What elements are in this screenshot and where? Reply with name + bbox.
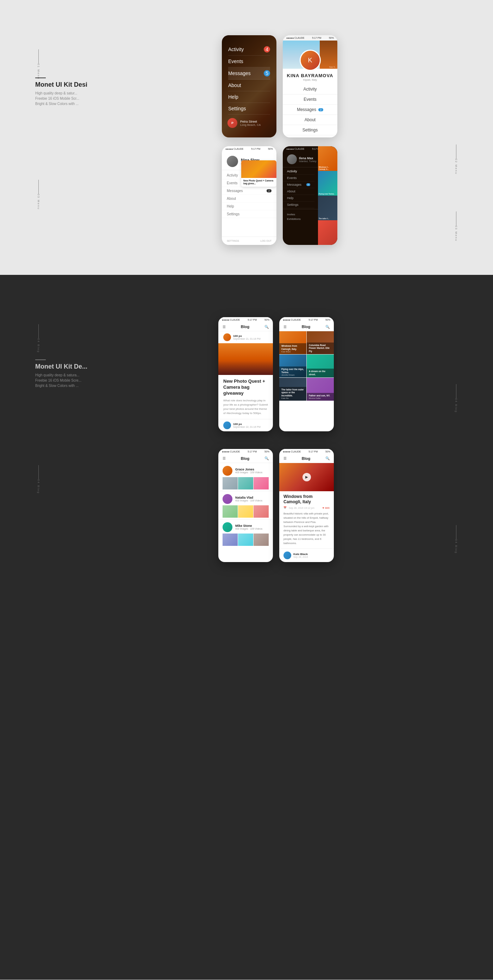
phone2-status-left: ●●●●● CLAUDE (286, 37, 304, 39)
menu-activity-label: Activity (228, 46, 244, 52)
blog3-mike-header: Mike Stone 400 Images · 109 Videos (223, 522, 269, 532)
blog1-user-date: September 21, 01:16 PM (233, 337, 261, 340)
phone3-status-left: ●●●●● CLAUDE (225, 148, 243, 150)
phone2-menu-help[interactable]: Help (283, 135, 338, 137)
phone3-settings-link[interactable]: SETTINGS (227, 240, 239, 242)
blog2-card-6-overlay: Father and son, NY. Monica Galler (307, 393, 334, 401)
menu-item-messages[interactable]: Messages 5 (228, 67, 270, 80)
menu-help-label: Help (228, 94, 238, 100)
blog2-card-4-title: A dream on the street. (309, 370, 332, 376)
blog2-card-1[interactable]: Windows from Camogli, Italy. Kate Black (279, 331, 306, 354)
top-row-2: ●●●●● CLAUDE 5:17 PM 50% Nina Slow Paris… (0, 137, 493, 245)
blog2-card-5-author: Kate Ale (281, 397, 304, 399)
blog2-card-6[interactable]: Father and son, NY. Monica Galler (307, 378, 334, 401)
label-02-menu-right: 02 Menu (455, 145, 458, 175)
menu-about-label: About (228, 83, 241, 88)
blog4-status-time: 5:17 PM (309, 450, 318, 453)
phone2-messages-badge: 2 (318, 108, 323, 111)
phone4-menu-activity[interactable]: Activity (283, 168, 314, 175)
phone2-menu-messages[interactable]: Messages 2 (283, 105, 338, 115)
blog3-natalia-thumb-2 (238, 505, 253, 518)
phone4-menu-events[interactable]: Events (283, 175, 314, 181)
phone4-menu-settings[interactable]: Settings (283, 202, 314, 208)
blog1-title: Blog (241, 325, 249, 329)
menu-messages-badge: 5 (264, 70, 270, 76)
phone3-events-label: Events (227, 181, 238, 185)
blog2-card-5-img: The tailor from outer space or the incre… (279, 378, 306, 401)
blog2-card-2[interactable]: Columbia Road Flower Market. Elle Fly (307, 331, 334, 354)
blog3-grace-thumb-2 (238, 477, 253, 490)
menu-messages-label: Messages (228, 70, 251, 76)
label-03-menu-right: 03 Menu (455, 212, 458, 242)
phone2-menu-settings[interactable]: Settings (283, 125, 338, 135)
phone2-status-bar: ●●●●● CLAUDE 5:17 PM 50% (283, 35, 338, 41)
phone3-menu-messages[interactable]: Messages 2 (222, 187, 276, 195)
menu-item-about[interactable]: About (228, 80, 270, 91)
blog4-article-title: Windows from Camogli, Italy (279, 491, 334, 506)
phone3-activity-label: Activity (227, 173, 238, 177)
blog2-card-3[interactable]: Flying over the Alps, Torino. Jennifer D… (279, 355, 306, 377)
hamburger-icon-blog3[interactable]: ☰ (223, 457, 226, 460)
blog1-status-left: ●●●●● CLAUDE (222, 318, 240, 321)
phone4-name: Ilena Max (299, 156, 316, 160)
blog3-grace-name: Grace Jones (235, 468, 262, 471)
phone3-menu-settings[interactable]: Settings (222, 210, 276, 218)
phone4-thumb-4 (318, 220, 338, 245)
bottom-desc-3: Bright & Slow Colors with ... (35, 384, 79, 388)
phone3-logout-link[interactable]: LOG OUT (260, 240, 271, 242)
search-icon-blog1[interactable]: 🔍 (265, 325, 269, 329)
phone3-help-label: Help (227, 204, 234, 208)
blog3-status-right: 50% (265, 450, 269, 453)
phone3-footer: SETTINGS LOG OUT (222, 237, 276, 245)
phone2-avatar: K (300, 50, 321, 71)
blog3-mike-stats: 400 Images · 109 Videos (235, 528, 262, 530)
blog2-card-4-overlay: A dream on the street. (307, 369, 334, 377)
blog2-card-5[interactable]: The tailor from outer space or the incre… (279, 378, 306, 401)
blog2-card-6-img: Father and son, NY. Monica Galler (307, 378, 334, 401)
phone4-menu-about[interactable]: About (283, 188, 314, 195)
phone3-status-right: 50% (268, 148, 273, 150)
blog2-card-grid: Windows from Camogli, Italy. Kate Black … (279, 331, 334, 401)
blog1-image-overlay (218, 361, 273, 375)
blog4-play-button[interactable]: ▶ (303, 473, 311, 481)
phone4-thumb-2: Flying over Torino. (318, 171, 338, 196)
phone-dark-menu: ●●●●● CLAUDE 5:17 PM 50% Activity 4 (222, 35, 276, 137)
menu-item-activity[interactable]: Activity 4 (228, 43, 270, 56)
blog2-status-bar: ●●●●● CLAUDE 5:17 PM 50% (279, 317, 334, 323)
blog3-mike-thumb-2 (238, 533, 253, 546)
menu-item-help[interactable]: Help (228, 91, 270, 103)
blog3-natalia-header: Natalia Vlad 400 Images · 109 Videos (223, 494, 269, 504)
phone3-menu-about[interactable]: About (222, 195, 276, 203)
phone2-menu-activity[interactable]: Activity (283, 84, 338, 94)
blog4-status-left: ●●●●● CLAUDE (283, 450, 301, 453)
blog3-natalia-thumb-1 (223, 505, 238, 518)
blog2-card-5-overlay: The tailor from outer space or the incre… (279, 387, 306, 401)
hamburger-icon-blog2[interactable]: ☰ (284, 325, 287, 329)
blog-phone-users: ●●●●● CLAUDE 5:17 PM 50% ☰ Blog 🔍 Grace … (218, 449, 273, 562)
phone4-menu-help[interactable]: Help (283, 195, 314, 202)
blog3-user-natalia: Natalia Vlad 400 Images · 109 Videos (218, 491, 273, 519)
blog3-natalia-thumbs (223, 505, 269, 518)
heart-icon[interactable]: ♥ 886 (323, 506, 330, 509)
blog4-status-right: 50% (325, 450, 330, 453)
blog2-card-3-overlay: Flying over the Alps, Torino. Jennifer D… (279, 366, 306, 377)
blog2-card-4[interactable]: A dream on the street. (307, 355, 334, 377)
phone4-avatar (287, 154, 297, 164)
post-card-content: New Photo Quest + Camera bag givea... (241, 178, 276, 187)
phone3-menu-help[interactable]: Help (222, 203, 276, 210)
phone2-profile-name: KINA BAYRAMOVA (283, 73, 338, 78)
top-section: 01 Menu 03 Menu 02 Menu 03 Menu Monet UI… (0, 0, 493, 275)
hamburger-icon-blog4[interactable]: ☰ (284, 457, 287, 460)
search-icon-blog4[interactable]: 🔍 (325, 457, 330, 460)
menu-item-settings[interactable]: Settings (228, 103, 270, 115)
phone2-menu-events[interactable]: Events (283, 94, 338, 105)
blog2-card-2-img: Columbia Road Flower Market. Elle Fly (307, 331, 334, 354)
phone2-menu-about[interactable]: About (283, 115, 338, 125)
search-icon-blog3[interactable]: 🔍 (265, 457, 269, 460)
hamburger-icon-blog1[interactable]: ☰ (223, 325, 226, 329)
menu-item-events[interactable]: Events (228, 56, 270, 67)
phone4-menu-messages[interactable]: Messages 4 (283, 181, 314, 188)
blog4-article-image: ▶ (279, 463, 334, 491)
phone1-footer: P Petra Street Long Beach, CA (222, 115, 276, 132)
search-icon-blog2[interactable]: 🔍 (325, 325, 330, 329)
